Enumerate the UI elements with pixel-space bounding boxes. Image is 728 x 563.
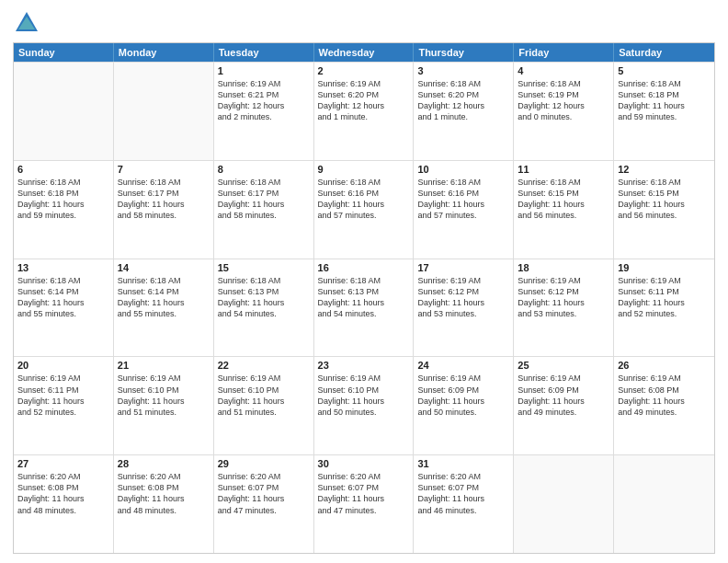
calendar-cell: 12Sunrise: 6:18 AMSunset: 6:15 PMDayligh… bbox=[614, 161, 714, 259]
cell-line: Daylight: 11 hours bbox=[417, 297, 509, 308]
cell-line: Sunset: 6:14 PM bbox=[17, 286, 109, 297]
cell-line: and 52 minutes. bbox=[17, 407, 109, 418]
cell-line: Sunrise: 6:20 AM bbox=[417, 471, 509, 482]
day-number: 2 bbox=[318, 65, 410, 76]
day-number: 5 bbox=[618, 65, 711, 76]
cell-line: and 1 minute. bbox=[417, 111, 509, 122]
cell-line: Sunrise: 6:19 AM bbox=[618, 275, 711, 286]
logo bbox=[13, 9, 44, 37]
cell-line: Sunrise: 6:18 AM bbox=[318, 275, 410, 286]
calendar-row: 20Sunrise: 6:19 AMSunset: 6:11 PMDayligh… bbox=[14, 356, 714, 454]
day-number: 3 bbox=[417, 65, 509, 76]
cell-line: Sunrise: 6:18 AM bbox=[318, 177, 410, 188]
calendar-cell: 29Sunrise: 6:20 AMSunset: 6:07 PMDayligh… bbox=[214, 455, 314, 553]
calendar-header-cell: Saturday bbox=[614, 43, 714, 62]
cell-line: and 54 minutes. bbox=[218, 308, 310, 319]
cell-line: Sunset: 6:09 PM bbox=[417, 385, 509, 396]
cell-line: Sunset: 6:11 PM bbox=[17, 385, 109, 396]
cell-line: Daylight: 11 hours bbox=[17, 199, 109, 210]
calendar-cell: 17Sunrise: 6:19 AMSunset: 6:12 PMDayligh… bbox=[414, 259, 514, 357]
cell-line: Sunset: 6:16 PM bbox=[318, 188, 410, 199]
cell-line: and 53 minutes. bbox=[417, 308, 509, 319]
cell-line: Sunset: 6:14 PM bbox=[118, 286, 210, 297]
day-number: 1 bbox=[218, 65, 310, 76]
calendar-cell: 15Sunrise: 6:18 AMSunset: 6:13 PMDayligh… bbox=[214, 259, 314, 357]
day-number: 4 bbox=[518, 65, 609, 76]
cell-line: Daylight: 11 hours bbox=[218, 199, 310, 210]
cell-line: Sunset: 6:15 PM bbox=[618, 188, 711, 199]
cell-line: Sunset: 6:12 PM bbox=[417, 286, 509, 297]
day-number: 22 bbox=[218, 360, 310, 371]
cell-line: Daylight: 11 hours bbox=[618, 199, 711, 210]
cell-line: Sunrise: 6:18 AM bbox=[218, 275, 310, 286]
cell-line: and 56 minutes. bbox=[518, 210, 609, 221]
cell-line: and 58 minutes. bbox=[118, 210, 210, 221]
cell-line: and 0 minutes. bbox=[518, 111, 609, 122]
calendar-cell: 30Sunrise: 6:20 AMSunset: 6:07 PMDayligh… bbox=[314, 455, 415, 553]
calendar-cell: 9Sunrise: 6:18 AMSunset: 6:16 PMDaylight… bbox=[314, 161, 415, 259]
cell-line: Daylight: 11 hours bbox=[218, 297, 310, 308]
cell-line: Sunset: 6:15 PM bbox=[518, 188, 609, 199]
cell-line: Sunset: 6:08 PM bbox=[118, 482, 210, 493]
calendar-cell: 25Sunrise: 6:19 AMSunset: 6:09 PMDayligh… bbox=[514, 357, 614, 454]
cell-line: and 2 minutes. bbox=[218, 111, 310, 122]
cell-line: Daylight: 12 hours bbox=[218, 100, 310, 111]
cell-line: Sunrise: 6:18 AM bbox=[618, 177, 711, 188]
calendar-cell-empty bbox=[614, 455, 714, 553]
cell-line: Sunrise: 6:19 AM bbox=[17, 373, 109, 384]
cell-line: Sunset: 6:20 PM bbox=[318, 89, 410, 100]
cell-line: and 59 minutes. bbox=[17, 210, 109, 221]
cell-line: and 50 minutes. bbox=[318, 407, 410, 418]
day-number: 16 bbox=[318, 262, 410, 273]
cell-line: Daylight: 11 hours bbox=[518, 199, 609, 210]
calendar-header-cell: Friday bbox=[514, 43, 614, 62]
cell-line: Sunrise: 6:19 AM bbox=[218, 373, 310, 384]
cell-line: Sunrise: 6:18 AM bbox=[118, 275, 210, 286]
cell-line: Sunset: 6:13 PM bbox=[318, 286, 410, 297]
cell-line: Sunrise: 6:20 AM bbox=[218, 471, 310, 482]
cell-line: Sunrise: 6:18 AM bbox=[518, 177, 609, 188]
day-number: 27 bbox=[17, 458, 109, 469]
cell-line: Sunrise: 6:18 AM bbox=[417, 78, 509, 89]
calendar-cell: 11Sunrise: 6:18 AMSunset: 6:15 PMDayligh… bbox=[514, 161, 614, 259]
cell-line: Sunrise: 6:19 AM bbox=[218, 78, 310, 89]
calendar-cell: 14Sunrise: 6:18 AMSunset: 6:14 PMDayligh… bbox=[114, 259, 214, 357]
cell-line: Sunrise: 6:20 AM bbox=[17, 471, 109, 482]
day-number: 13 bbox=[17, 262, 109, 273]
cell-line: Sunset: 6:21 PM bbox=[218, 89, 310, 100]
cell-line: Daylight: 11 hours bbox=[417, 396, 509, 407]
cell-line: Daylight: 11 hours bbox=[118, 297, 210, 308]
cell-line: Sunset: 6:18 PM bbox=[618, 89, 711, 100]
cell-line: and 47 minutes. bbox=[318, 505, 410, 516]
cell-line: and 59 minutes. bbox=[618, 111, 711, 122]
logo-icon bbox=[13, 9, 40, 37]
cell-line: Sunrise: 6:18 AM bbox=[17, 275, 109, 286]
cell-line: and 51 minutes. bbox=[118, 407, 210, 418]
cell-line: and 47 minutes. bbox=[218, 505, 310, 516]
calendar-cell: 28Sunrise: 6:20 AMSunset: 6:08 PMDayligh… bbox=[114, 455, 214, 553]
cell-line: Sunrise: 6:19 AM bbox=[417, 275, 509, 286]
calendar-row: 27Sunrise: 6:20 AMSunset: 6:08 PMDayligh… bbox=[14, 454, 714, 553]
cell-line: and 57 minutes. bbox=[417, 210, 509, 221]
cell-line: Daylight: 11 hours bbox=[118, 396, 210, 407]
cell-line: Sunset: 6:20 PM bbox=[417, 89, 509, 100]
cell-line: and 46 minutes. bbox=[417, 505, 509, 516]
calendar-cell-empty bbox=[514, 455, 614, 553]
day-number: 9 bbox=[318, 164, 410, 175]
cell-line: Sunset: 6:11 PM bbox=[618, 286, 711, 297]
cell-line: and 58 minutes. bbox=[218, 210, 310, 221]
calendar-cell: 3Sunrise: 6:18 AMSunset: 6:20 PMDaylight… bbox=[414, 63, 514, 160]
calendar-cell: 26Sunrise: 6:19 AMSunset: 6:08 PMDayligh… bbox=[614, 357, 714, 454]
calendar-cell-empty bbox=[14, 63, 114, 160]
calendar-body: 1Sunrise: 6:19 AMSunset: 6:21 PMDaylight… bbox=[14, 62, 714, 553]
day-number: 21 bbox=[118, 360, 210, 371]
calendar-cell: 27Sunrise: 6:20 AMSunset: 6:08 PMDayligh… bbox=[14, 455, 114, 553]
cell-line: Daylight: 12 hours bbox=[518, 100, 609, 111]
cell-line: Sunset: 6:13 PM bbox=[218, 286, 310, 297]
cell-line: Sunset: 6:08 PM bbox=[17, 482, 109, 493]
cell-line: and 49 minutes. bbox=[618, 407, 711, 418]
cell-line: Sunrise: 6:19 AM bbox=[118, 373, 210, 384]
calendar-cell: 1Sunrise: 6:19 AMSunset: 6:21 PMDaylight… bbox=[214, 63, 314, 160]
calendar-cell: 5Sunrise: 6:18 AMSunset: 6:18 PMDaylight… bbox=[614, 63, 714, 160]
cell-line: and 53 minutes. bbox=[518, 308, 609, 319]
